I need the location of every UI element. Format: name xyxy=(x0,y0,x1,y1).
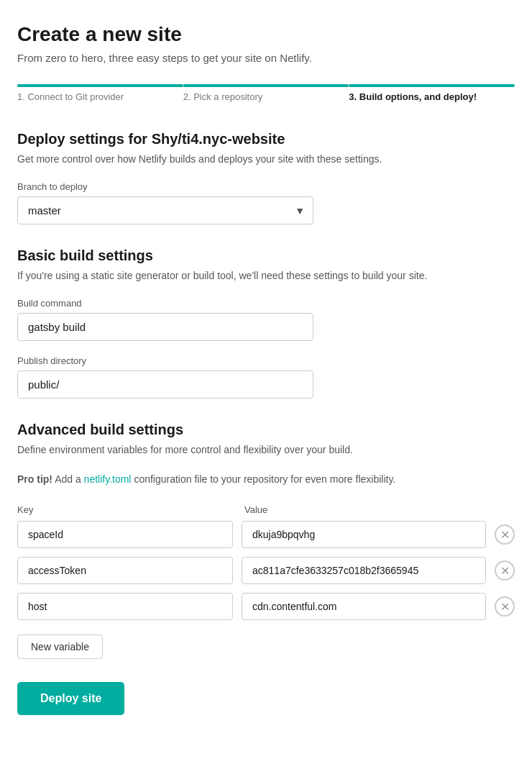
publish-directory-label: Publish directory xyxy=(17,355,515,366)
env-remove-button-0[interactable]: ✕ xyxy=(495,524,515,545)
env-remove-button-1[interactable]: ✕ xyxy=(495,560,515,581)
value-header: Value xyxy=(244,504,515,515)
advanced-settings-title: Advanced build settings xyxy=(17,422,515,438)
env-key-input-1[interactable] xyxy=(17,557,233,584)
advanced-settings-desc: Define environment variables for more co… xyxy=(17,442,515,458)
env-row-1: ✕ xyxy=(17,557,515,584)
publish-directory-input[interactable] xyxy=(17,370,313,399)
deploy-button-container: Deploy site xyxy=(17,682,515,715)
build-command-group: Build command xyxy=(17,298,515,341)
env-value-input-0[interactable] xyxy=(242,521,486,548)
env-value-input-1[interactable] xyxy=(242,557,486,584)
step-3-bar xyxy=(349,84,515,87)
page-title: Create a new site xyxy=(17,23,515,46)
build-settings-title: Basic build settings xyxy=(17,247,515,264)
build-command-input[interactable] xyxy=(17,313,313,341)
pro-tip-prefix: Pro tip! xyxy=(17,473,52,485)
new-variable-button[interactable]: New variable xyxy=(17,635,103,659)
deploy-settings-title: Deploy settings for Shy/ti4.nyc-website xyxy=(17,131,515,147)
env-row-2: ✕ xyxy=(17,593,515,620)
netlify-toml-link[interactable]: netlify.toml xyxy=(84,473,132,485)
step-3-label: 3. Build options, and deploy! xyxy=(349,91,515,102)
env-remove-button-2[interactable]: ✕ xyxy=(495,596,515,617)
pro-tip-add: Add a xyxy=(55,473,83,485)
key-header: Key xyxy=(17,504,233,515)
step-1-bar xyxy=(17,84,183,87)
deploy-site-button[interactable]: Deploy site xyxy=(17,682,124,715)
deploy-settings-desc: Get more control over how Netlify builds… xyxy=(17,152,515,167)
branch-field-group: Branch to deploy master main develop ▼ xyxy=(17,181,515,224)
env-key-input-2[interactable] xyxy=(17,593,233,620)
env-key-input-0[interactable] xyxy=(17,521,233,548)
build-settings-desc: If you're using a static site generator … xyxy=(17,268,515,283)
env-row-0: ✕ xyxy=(17,521,515,548)
step-2: 2. Pick a repository xyxy=(183,84,349,102)
step-2-bar xyxy=(183,84,349,87)
stepper: 1. Connect to Git provider 2. Pick a rep… xyxy=(17,84,515,102)
env-value-input-2[interactable] xyxy=(242,593,486,620)
page-subtitle: From zero to hero, three easy steps to g… xyxy=(17,52,515,64)
env-headers: Key Value xyxy=(17,504,515,515)
pro-tip-suffix: configuration file to your repository fo… xyxy=(134,473,395,485)
branch-select[interactable]: master main develop xyxy=(17,196,313,224)
build-command-label: Build command xyxy=(17,298,515,309)
step-1-label: 1. Connect to Git provider xyxy=(17,91,183,102)
pro-tip: Pro tip! Add a netlify.toml configuratio… xyxy=(17,472,515,487)
branch-select-wrapper: master main develop ▼ xyxy=(17,196,313,224)
publish-directory-group: Publish directory xyxy=(17,355,515,399)
step-2-label: 2. Pick a repository xyxy=(183,91,349,102)
branch-label: Branch to deploy xyxy=(17,181,515,192)
step-1: 1. Connect to Git provider xyxy=(17,84,183,102)
step-3: 3. Build options, and deploy! xyxy=(349,84,515,102)
